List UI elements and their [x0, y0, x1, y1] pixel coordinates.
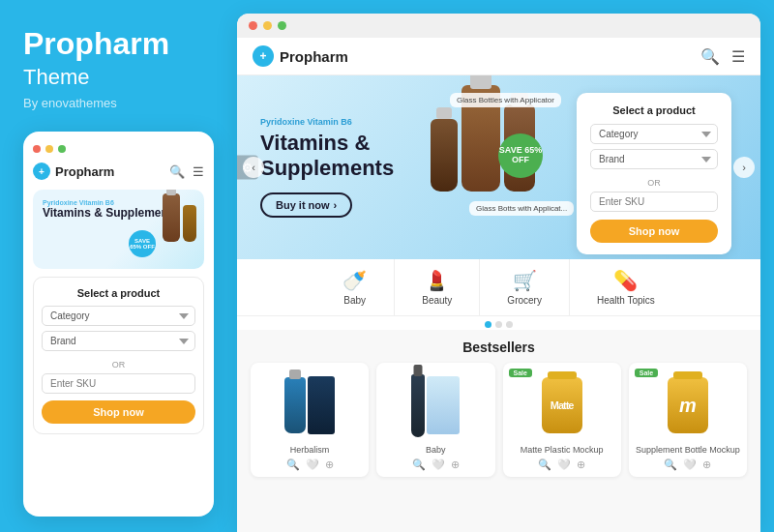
- browser-bar: [237, 14, 760, 38]
- mobile-dot-yellow: [45, 145, 53, 153]
- hero-title: Vitamins & Supplements: [260, 131, 394, 182]
- bestsellers-title: Bestsellers: [251, 340, 747, 355]
- bottle-1: [163, 193, 180, 242]
- cat-label-baby: Baby: [343, 295, 366, 306]
- category-item-health[interactable]: 💊 Health Topics: [570, 259, 682, 315]
- category-item-baby[interactable]: 🍼 Baby: [315, 259, 395, 315]
- mobile-mockup: + Propharm 🔍 ☰ Pyridoxine Vitamin B6 Vit…: [23, 132, 214, 517]
- product-card-matte: Sale Matte Matte Plastic Mockup 🔍 🤍 ⊕: [503, 363, 621, 477]
- category-item-beauty[interactable]: 💄 Beauty: [395, 259, 480, 315]
- matte-jar-text: Matte: [551, 399, 574, 411]
- compare-icon-2[interactable]: ⊕: [451, 458, 460, 471]
- mobile-category-select[interactable]: Category: [42, 306, 195, 326]
- grocery-icon: 🛒: [513, 269, 537, 292]
- mobile-select-title: Select a product: [42, 287, 195, 299]
- cart-icon-4[interactable]: 🤍: [683, 458, 697, 471]
- product-image-baby: [382, 370, 489, 440]
- site-logo-text: Propharm: [280, 48, 348, 65]
- select-product-panel: Select a product Category Brand OR Shop …: [577, 93, 731, 254]
- beauty-icon: 💄: [425, 269, 449, 292]
- mobile-logo-icon: +: [33, 163, 50, 180]
- sale-badge-matte: Sale: [509, 369, 532, 377]
- mobile-logo-text: Propharm: [55, 164, 114, 179]
- mobile-save-badge: SAVE 65% OFF: [129, 230, 156, 257]
- mobile-brand-select[interactable]: Brand: [42, 331, 195, 351]
- mobile-logo: + Propharm: [33, 163, 114, 180]
- sp-sku-input[interactable]: [590, 192, 718, 212]
- bottle-2: [183, 205, 196, 242]
- product-image-matte: Matte: [509, 370, 615, 440]
- cat-label-health: Health Topics: [597, 295, 655, 306]
- wishlist-icon-1[interactable]: 🔍: [286, 458, 300, 471]
- site-logo-icon: +: [253, 45, 274, 67]
- cat-dot-3: [506, 321, 513, 328]
- bestsellers-grid: Herbalism 🔍 🤍 ⊕ Baby 🔍: [251, 363, 747, 477]
- product-actions-matte: 🔍 🤍 ⊕: [509, 458, 615, 471]
- categories-row: 🍼 Baby 💄 Beauty 🛒 Grocery 💊 Health Topic…: [237, 259, 760, 316]
- herbalism-bottle: [284, 377, 306, 433]
- sp-title: Select a product: [590, 104, 718, 116]
- bestsellers-section: Bestsellers Herbalism 🔍 🤍 ⊕: [237, 330, 760, 532]
- product-actions-supplement: 🔍 🤍 ⊕: [635, 458, 741, 471]
- sale-badge-supplement: Sale: [635, 369, 658, 377]
- site-menu-icon[interactable]: ☰: [731, 47, 745, 66]
- health-icon: 💊: [613, 269, 638, 292]
- product-label-baby: Baby: [382, 445, 489, 455]
- baby-box: [427, 376, 460, 434]
- menu-icon[interactable]: ☰: [193, 164, 204, 179]
- right-panel: + Propharm 🔍 ☰ ⚙ Pyridoxine Vitamin B6 V…: [237, 14, 760, 532]
- hero-save-badge: SAVE 65% OFF: [498, 133, 543, 178]
- cat-dot-1: [485, 321, 491, 328]
- mobile-dot-green: [58, 145, 66, 153]
- cart-icon-3[interactable]: 🤍: [557, 458, 571, 471]
- compare-icon-3[interactable]: ⊕: [577, 458, 585, 471]
- theme-name: Propharm: [23, 27, 214, 61]
- sp-category-select[interactable]: Category: [590, 124, 718, 144]
- product-card-supplement: Sale m Supplement Bottle Mockup 🔍 🤍 ⊕: [629, 363, 747, 477]
- site-nav-icons: 🔍 ☰: [700, 47, 745, 66]
- mobile-shop-now-button[interactable]: Shop now: [42, 400, 195, 424]
- mobile-hero-banner: Pyridoxine Vitamin B6 Vitamins & Supplem…: [33, 190, 204, 269]
- mobile-sku-input[interactable]: [42, 373, 195, 394]
- left-panel: Propharm Theme By enovathemes + Propharm…: [0, 0, 237, 532]
- hero-buy-now-button[interactable]: Buy it now ›: [260, 192, 352, 218]
- cart-icon-1[interactable]: 🤍: [306, 458, 319, 471]
- category-dots: [237, 316, 760, 330]
- mobile-nav-icons: 🔍 ☰: [169, 164, 204, 179]
- sp-shop-now-button[interactable]: Shop now: [590, 220, 718, 243]
- sp-brand-select[interactable]: Brand: [590, 149, 718, 169]
- theme-subtitle: Theme: [23, 65, 214, 90]
- hero-next-button[interactable]: ›: [733, 157, 755, 178]
- cart-icon-2[interactable]: 🤍: [432, 458, 445, 471]
- category-item-grocery[interactable]: 🛒 Grocery: [480, 259, 570, 315]
- product-image-herbalism: [256, 370, 363, 440]
- sp-or-label: OR: [590, 178, 718, 188]
- wishlist-icon-4[interactable]: 🔍: [664, 458, 677, 471]
- compare-icon-4[interactable]: ⊕: [702, 458, 711, 471]
- site-hero-banner: ⚙ Pyridoxine Vitamin B6 Vitamins & Suppl…: [237, 75, 760, 259]
- compare-icon-1[interactable]: ⊕: [325, 458, 334, 471]
- browser-dot-red: [249, 21, 257, 30]
- search-icon[interactable]: 🔍: [169, 164, 185, 179]
- product-label-supplement: Supplement Bottle Mockup: [635, 445, 741, 455]
- theme-by: By enovathemes: [23, 96, 214, 110]
- theme-title: Propharm Theme By enovathemes: [23, 27, 214, 132]
- mobile-window-dots: [33, 145, 204, 153]
- mobile-dot-red: [33, 145, 41, 153]
- product-label-matte: Matte Plastic Mockup: [509, 445, 615, 455]
- product-image-supplement: m: [635, 370, 741, 440]
- hero-prev-button[interactable]: ‹: [243, 157, 264, 178]
- wishlist-icon-3[interactable]: 🔍: [538, 458, 551, 471]
- hero-label-tag-2: Glass Botts with Applicat...: [469, 201, 574, 216]
- supplement-jar-m: m: [679, 395, 697, 417]
- wishlist-icon-2[interactable]: 🔍: [412, 458, 426, 471]
- mobile-nav: + Propharm 🔍 ☰: [33, 163, 204, 180]
- hero-bottle-3: [431, 119, 458, 192]
- browser-dot-yellow: [263, 21, 272, 30]
- cat-label-beauty: Beauty: [422, 295, 452, 306]
- hero-small-label: Pyridoxine Vitamin B6: [260, 117, 394, 127]
- product-label-herbalism: Herbalism: [256, 445, 363, 455]
- mobile-hero-bottles: [163, 193, 196, 242]
- baby-icon: 🍼: [342, 269, 367, 292]
- site-search-icon[interactable]: 🔍: [700, 47, 720, 66]
